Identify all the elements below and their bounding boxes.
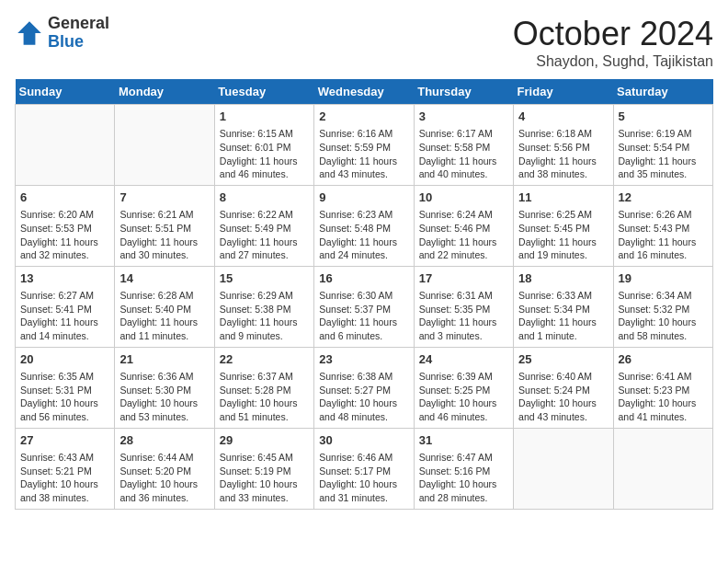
day-of-week-header: Wednesday bbox=[314, 79, 414, 105]
calendar-day-cell: 13Sunrise: 6:27 AMSunset: 5:41 PMDayligh… bbox=[16, 266, 115, 347]
day-number: 3 bbox=[419, 109, 508, 125]
day-number: 21 bbox=[119, 351, 209, 368]
day-number: 19 bbox=[619, 270, 708, 287]
day-detail: Sunrise: 6:41 AMSunset: 5:23 PMDaylight:… bbox=[619, 370, 708, 424]
day-detail: Sunrise: 6:18 AMSunset: 5:56 PMDaylight:… bbox=[518, 127, 608, 181]
day-detail: Sunrise: 6:34 AMSunset: 5:32 PMDaylight:… bbox=[619, 289, 708, 343]
day-detail: Sunrise: 6:31 AMSunset: 5:35 PMDaylight:… bbox=[419, 289, 508, 343]
calendar-day-cell: 2Sunrise: 6:16 AMSunset: 5:59 PMDaylight… bbox=[314, 105, 414, 186]
calendar-day-cell bbox=[613, 428, 712, 509]
day-number: 24 bbox=[419, 351, 508, 368]
day-number: 6 bbox=[20, 190, 109, 206]
day-number: 15 bbox=[220, 270, 309, 287]
month-title: October 2024 bbox=[513, 15, 713, 53]
day-detail: Sunrise: 6:19 AMSunset: 5:54 PMDaylight:… bbox=[619, 127, 708, 181]
calendar-day-cell: 15Sunrise: 6:29 AMSunset: 5:38 PMDayligh… bbox=[214, 266, 313, 347]
day-number: 18 bbox=[518, 270, 608, 287]
day-detail: Sunrise: 6:26 AMSunset: 5:43 PMDaylight:… bbox=[619, 208, 708, 262]
day-of-week-header: Sunday bbox=[16, 79, 115, 105]
calendar-day-cell: 26Sunrise: 6:41 AMSunset: 5:23 PMDayligh… bbox=[613, 347, 712, 428]
svg-marker-0 bbox=[17, 21, 41, 45]
day-detail: Sunrise: 6:20 AMSunset: 5:53 PMDaylight:… bbox=[20, 208, 109, 262]
logo: General Blue bbox=[15, 15, 109, 52]
calendar-day-cell: 7Sunrise: 6:21 AMSunset: 5:51 PMDaylight… bbox=[115, 185, 214, 266]
day-number: 26 bbox=[619, 351, 708, 368]
day-number: 22 bbox=[220, 351, 309, 368]
day-of-week-header: Saturday bbox=[613, 79, 712, 105]
day-detail: Sunrise: 6:30 AMSunset: 5:37 PMDaylight:… bbox=[319, 289, 408, 343]
day-number: 9 bbox=[319, 190, 408, 206]
day-detail: Sunrise: 6:29 AMSunset: 5:38 PMDaylight:… bbox=[220, 289, 309, 343]
day-number: 4 bbox=[518, 109, 608, 125]
day-number: 23 bbox=[319, 351, 408, 368]
calendar-day-cell bbox=[514, 428, 613, 509]
day-detail: Sunrise: 6:37 AMSunset: 5:28 PMDaylight:… bbox=[220, 370, 309, 424]
calendar-day-cell: 24Sunrise: 6:39 AMSunset: 5:25 PMDayligh… bbox=[414, 347, 513, 428]
day-number: 29 bbox=[220, 432, 309, 449]
day-of-week-header: Thursday bbox=[414, 79, 513, 105]
day-of-week-header: Monday bbox=[115, 79, 214, 105]
day-number: 7 bbox=[119, 190, 209, 206]
day-detail: Sunrise: 6:15 AMSunset: 6:01 PMDaylight:… bbox=[220, 127, 309, 181]
day-detail: Sunrise: 6:27 AMSunset: 5:41 PMDaylight:… bbox=[20, 289, 109, 343]
day-detail: Sunrise: 6:38 AMSunset: 5:27 PMDaylight:… bbox=[319, 370, 408, 424]
calendar-day-cell: 18Sunrise: 6:33 AMSunset: 5:34 PMDayligh… bbox=[514, 266, 613, 347]
calendar-day-cell: 12Sunrise: 6:26 AMSunset: 5:43 PMDayligh… bbox=[613, 185, 712, 266]
calendar-day-cell: 11Sunrise: 6:25 AMSunset: 5:45 PMDayligh… bbox=[514, 185, 613, 266]
day-number: 14 bbox=[119, 270, 209, 287]
day-of-week-header: Tuesday bbox=[214, 79, 313, 105]
day-detail: Sunrise: 6:43 AMSunset: 5:21 PMDaylight:… bbox=[20, 451, 109, 505]
calendar-day-cell: 10Sunrise: 6:24 AMSunset: 5:46 PMDayligh… bbox=[414, 185, 513, 266]
calendar-header-row: SundayMondayTuesdayWednesdayThursdayFrid… bbox=[16, 79, 713, 105]
calendar-week-row: 20Sunrise: 6:35 AMSunset: 5:31 PMDayligh… bbox=[16, 347, 713, 428]
day-number: 16 bbox=[319, 270, 408, 287]
day-detail: Sunrise: 6:36 AMSunset: 5:30 PMDaylight:… bbox=[119, 370, 209, 424]
calendar-day-cell: 30Sunrise: 6:46 AMSunset: 5:17 PMDayligh… bbox=[314, 428, 414, 509]
day-detail: Sunrise: 6:28 AMSunset: 5:40 PMDaylight:… bbox=[119, 289, 209, 343]
day-number: 8 bbox=[220, 190, 309, 206]
day-detail: Sunrise: 6:16 AMSunset: 5:59 PMDaylight:… bbox=[319, 127, 408, 181]
day-number: 28 bbox=[119, 432, 209, 449]
day-number: 12 bbox=[619, 190, 708, 206]
calendar-day-cell bbox=[115, 105, 214, 186]
calendar-table: SundayMondayTuesdayWednesdayThursdayFrid… bbox=[15, 79, 713, 510]
title-block: October 2024 Shaydon, Sughd, Tajikistan bbox=[513, 15, 713, 70]
logo-text: General Blue bbox=[48, 15, 109, 52]
calendar-day-cell bbox=[16, 105, 115, 186]
calendar-day-cell: 28Sunrise: 6:44 AMSunset: 5:20 PMDayligh… bbox=[115, 428, 214, 509]
day-number: 25 bbox=[518, 351, 608, 368]
day-number: 17 bbox=[419, 270, 508, 287]
calendar-day-cell: 27Sunrise: 6:43 AMSunset: 5:21 PMDayligh… bbox=[16, 428, 115, 509]
day-number: 31 bbox=[419, 432, 508, 449]
day-detail: Sunrise: 6:24 AMSunset: 5:46 PMDaylight:… bbox=[419, 208, 508, 262]
calendar-day-cell: 20Sunrise: 6:35 AMSunset: 5:31 PMDayligh… bbox=[16, 347, 115, 428]
day-detail: Sunrise: 6:45 AMSunset: 5:19 PMDaylight:… bbox=[220, 451, 309, 505]
day-number: 2 bbox=[319, 109, 408, 125]
calendar-day-cell: 14Sunrise: 6:28 AMSunset: 5:40 PMDayligh… bbox=[115, 266, 214, 347]
calendar-day-cell: 16Sunrise: 6:30 AMSunset: 5:37 PMDayligh… bbox=[314, 266, 414, 347]
calendar-week-row: 27Sunrise: 6:43 AMSunset: 5:21 PMDayligh… bbox=[16, 428, 713, 509]
day-detail: Sunrise: 6:23 AMSunset: 5:48 PMDaylight:… bbox=[319, 208, 408, 262]
logo-icon bbox=[15, 18, 44, 48]
day-number: 1 bbox=[220, 109, 309, 125]
location: Shaydon, Sughd, Tajikistan bbox=[513, 53, 713, 70]
calendar-day-cell: 8Sunrise: 6:22 AMSunset: 5:49 PMDaylight… bbox=[214, 185, 313, 266]
calendar-day-cell: 25Sunrise: 6:40 AMSunset: 5:24 PMDayligh… bbox=[514, 347, 613, 428]
day-number: 30 bbox=[319, 432, 408, 449]
day-detail: Sunrise: 6:21 AMSunset: 5:51 PMDaylight:… bbox=[119, 208, 209, 262]
day-number: 10 bbox=[419, 190, 508, 206]
day-number: 5 bbox=[619, 109, 708, 125]
day-detail: Sunrise: 6:40 AMSunset: 5:24 PMDaylight:… bbox=[518, 370, 608, 424]
calendar-day-cell: 23Sunrise: 6:38 AMSunset: 5:27 PMDayligh… bbox=[314, 347, 414, 428]
day-detail: Sunrise: 6:46 AMSunset: 5:17 PMDaylight:… bbox=[319, 451, 408, 505]
calendar-day-cell: 5Sunrise: 6:19 AMSunset: 5:54 PMDaylight… bbox=[613, 105, 712, 186]
calendar-day-cell: 1Sunrise: 6:15 AMSunset: 6:01 PMDaylight… bbox=[214, 105, 313, 186]
calendar-week-row: 6Sunrise: 6:20 AMSunset: 5:53 PMDaylight… bbox=[16, 185, 713, 266]
day-number: 13 bbox=[20, 270, 109, 287]
day-detail: Sunrise: 6:39 AMSunset: 5:25 PMDaylight:… bbox=[419, 370, 508, 424]
calendar-day-cell: 31Sunrise: 6:47 AMSunset: 5:16 PMDayligh… bbox=[414, 428, 513, 509]
day-detail: Sunrise: 6:47 AMSunset: 5:16 PMDaylight:… bbox=[419, 451, 508, 505]
calendar-week-row: 13Sunrise: 6:27 AMSunset: 5:41 PMDayligh… bbox=[16, 266, 713, 347]
calendar-day-cell: 17Sunrise: 6:31 AMSunset: 5:35 PMDayligh… bbox=[414, 266, 513, 347]
day-detail: Sunrise: 6:17 AMSunset: 5:58 PMDaylight:… bbox=[419, 127, 508, 181]
